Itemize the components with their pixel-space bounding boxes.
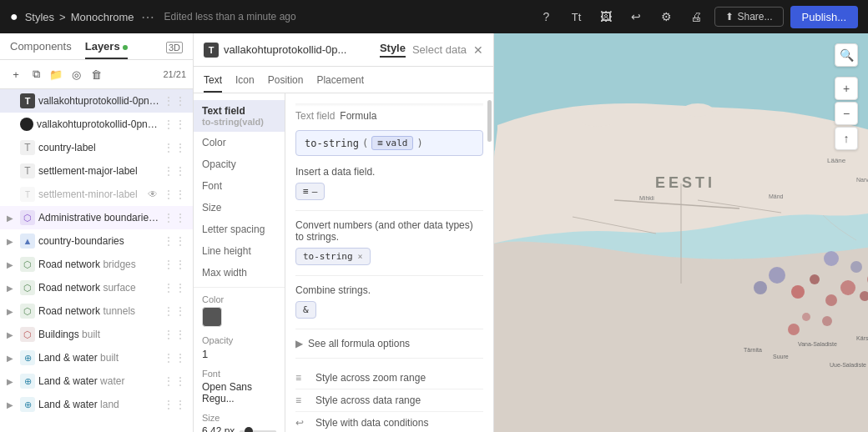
hint-insert-btn[interactable]: ≡ — xyxy=(295,183,325,200)
drag-handle-icon[interactable]: ⋮⋮ xyxy=(163,304,186,318)
style-option-size[interactable]: Size xyxy=(194,197,285,219)
action-zoom-range[interactable]: ≡ Style across zoom range xyxy=(295,367,483,389)
layer-type-icon: ⬡ xyxy=(20,257,35,272)
style-option-text-field[interactable]: Text field to-string(vald) xyxy=(194,100,285,132)
sub-tab-placement[interactable]: Placement xyxy=(316,74,364,93)
layer-type-icon: ⬡ xyxy=(20,210,35,225)
formula-field-chip[interactable]: ≡ vald xyxy=(371,136,413,150)
layer-item[interactable]: T settlement-major-label ⋮⋮ xyxy=(0,159,193,183)
layer-label: Buildings built xyxy=(38,329,159,340)
svg-text:Lääne: Lääne xyxy=(827,157,846,164)
drag-handle-icon[interactable]: ⋮⋮ xyxy=(163,141,186,154)
kebab-menu-icon[interactable]: ⋯ xyxy=(141,9,154,25)
hint-btn-icon: ≡ xyxy=(303,186,309,197)
settings-icon[interactable]: ⚙ xyxy=(654,5,678,28)
style-option-opacity[interactable]: Opacity xyxy=(194,153,285,175)
sub-tab-text[interactable]: Text xyxy=(204,74,222,93)
formula-expression-box[interactable]: to-string ( ≡ vald ) xyxy=(295,130,483,156)
tab-layers[interactable]: Layers xyxy=(85,40,128,59)
breadcrumb-styles[interactable]: Styles xyxy=(25,11,54,23)
breadcrumb: Styles > Monochrome xyxy=(25,11,134,23)
compass-button[interactable]: ↑ xyxy=(835,127,858,150)
hint-convert-btn[interactable]: to-string × xyxy=(295,248,371,265)
typography-icon[interactable]: Tt xyxy=(564,5,588,28)
layer-label: settlement-minor-label xyxy=(38,188,144,200)
color-label: Color xyxy=(202,294,276,304)
duplicate-layer-button[interactable]: ⧉ xyxy=(27,65,45,83)
svg-point-15 xyxy=(825,294,837,306)
style-option-label: Opacity xyxy=(202,158,276,170)
layer-type-icon: ⬡ xyxy=(20,304,35,319)
svg-text:Kärsu: Kärsu xyxy=(856,335,868,341)
size-label: Size xyxy=(202,413,276,423)
tab-style[interactable]: Style xyxy=(380,42,406,58)
hint-x-icon[interactable]: × xyxy=(358,252,363,261)
zoom-in-button[interactable]: + xyxy=(835,77,858,100)
layer-item[interactable]: T vallakohtuprotokollid-0pn7bs (1) ⋮⋮ xyxy=(0,89,193,113)
drag-handle-icon[interactable]: ⋮⋮ xyxy=(163,351,186,364)
style-option-max-width[interactable]: Max width xyxy=(194,262,285,284)
drag-handle-icon[interactable]: ⋮⋮ xyxy=(163,164,186,178)
style-option-font[interactable]: Font xyxy=(194,175,285,197)
layer-item[interactable]: ▶ ⊕ Land & water land ⋮⋮ xyxy=(0,393,193,416)
hide-layer-button[interactable]: ◎ xyxy=(67,65,85,83)
zoom-out-button[interactable]: − xyxy=(835,102,858,125)
layer-item[interactable]: ▶ ⊕ Land & water built ⋮⋮ xyxy=(0,346,193,369)
publish-button[interactable]: Publish... xyxy=(790,6,858,28)
layer-item[interactable]: ▶ ⬡ Road network surface ⋮⋮ xyxy=(0,276,193,299)
drag-handle-icon[interactable]: ⋮⋮ xyxy=(163,188,186,201)
sub-tab-position[interactable]: Position xyxy=(268,74,304,93)
see-all-formula[interactable]: ▶ See all formula options xyxy=(295,338,483,349)
formula-paren-close: ) xyxy=(416,138,422,149)
style-option-color[interactable]: Color xyxy=(194,132,285,153)
layer-label: Administrative boundaries admin xyxy=(38,212,159,224)
formula-paren-open: ( xyxy=(362,138,368,149)
color-swatch[interactable] xyxy=(202,307,222,327)
layer-item[interactable]: ▶ ▲ country-boundaries ⋮⋮ xyxy=(0,229,193,253)
layer-item[interactable]: ▶ ⬡ Buildings built ⋮⋮ xyxy=(0,323,193,346)
layer-item[interactable]: ▶ ⊕ Land & water water ⋮⋮ xyxy=(0,369,193,393)
help-icon[interactable]: ? xyxy=(534,5,558,28)
layer-item[interactable]: ▶ ⬡ Administrative boundaries admin ⋮⋮ xyxy=(0,206,193,229)
search-button[interactable]: 🔍 xyxy=(835,43,858,67)
layer-type-icon: ⊕ xyxy=(20,350,35,365)
layer-item[interactable]: ▶ ⬡ Road network bridges ⋮⋮ xyxy=(0,253,193,276)
sub-tab-icon[interactable]: Icon xyxy=(235,74,255,93)
hint-combine-btn[interactable]: & xyxy=(295,301,316,319)
layer-item[interactable]: vallakohtuprotokollid-0pn7bs ⋮⋮ xyxy=(0,113,193,136)
layer-item[interactable]: ▶ ⬡ Road network tunnels ⋮⋮ xyxy=(0,299,193,323)
undo-icon[interactable]: ↩ xyxy=(624,5,648,28)
print-icon[interactable]: 🖨 xyxy=(684,5,708,28)
drag-handle-icon[interactable]: ⋮⋮ xyxy=(163,94,186,108)
map-area[interactable]: EESTI Lääne Narva Mänd Mihkli xyxy=(494,33,868,432)
drag-handle-icon[interactable]: ⋮⋮ xyxy=(163,258,186,271)
drag-handle-icon[interactable]: ⋮⋮ xyxy=(163,234,186,248)
svg-point-20 xyxy=(822,316,832,326)
size-value: 6.42 px xyxy=(202,425,235,432)
style-option-letter-spacing[interactable]: Letter spacing xyxy=(194,219,285,240)
delete-layer-button[interactable]: 🗑 xyxy=(87,65,105,83)
image-icon[interactable]: 🖼 xyxy=(594,5,618,28)
tab-select-data[interactable]: Select data xyxy=(412,43,467,56)
add-layer-button[interactable]: + xyxy=(7,65,25,83)
layer-item[interactable]: T country-label ⋮⋮ xyxy=(0,136,193,159)
formula-type-label: Text field xyxy=(295,110,335,122)
tab-3d[interactable]: 3D xyxy=(166,42,183,58)
style-option-line-height[interactable]: Line height xyxy=(194,240,285,262)
layer-item[interactable]: T settlement-minor-label 👁 ⋮⋮ xyxy=(0,183,193,206)
drag-handle-icon[interactable]: ⋮⋮ xyxy=(163,328,186,341)
tab-components[interactable]: Components xyxy=(10,40,72,59)
layer-label: Land & water land xyxy=(38,399,159,410)
drag-handle-icon[interactable]: ⋮⋮ xyxy=(163,281,186,294)
layer-type-icon xyxy=(20,118,33,131)
drag-handle-icon[interactable]: ⋮⋮ xyxy=(163,118,186,131)
drag-handle-icon[interactable]: ⋮⋮ xyxy=(163,374,186,388)
close-button[interactable]: ✕ xyxy=(473,43,483,57)
action-data-range[interactable]: ≡ Style across data range xyxy=(295,389,483,412)
share-button[interactable]: ⬆ Share... xyxy=(714,7,783,27)
folder-layer-button[interactable]: 📁 xyxy=(47,65,65,83)
drag-handle-icon[interactable]: ⋮⋮ xyxy=(163,211,186,224)
svg-point-3 xyxy=(769,115,794,127)
action-data-conditions[interactable]: ↩ Style with data conditions xyxy=(295,412,483,432)
drag-handle-icon[interactable]: ⋮⋮ xyxy=(163,398,186,411)
